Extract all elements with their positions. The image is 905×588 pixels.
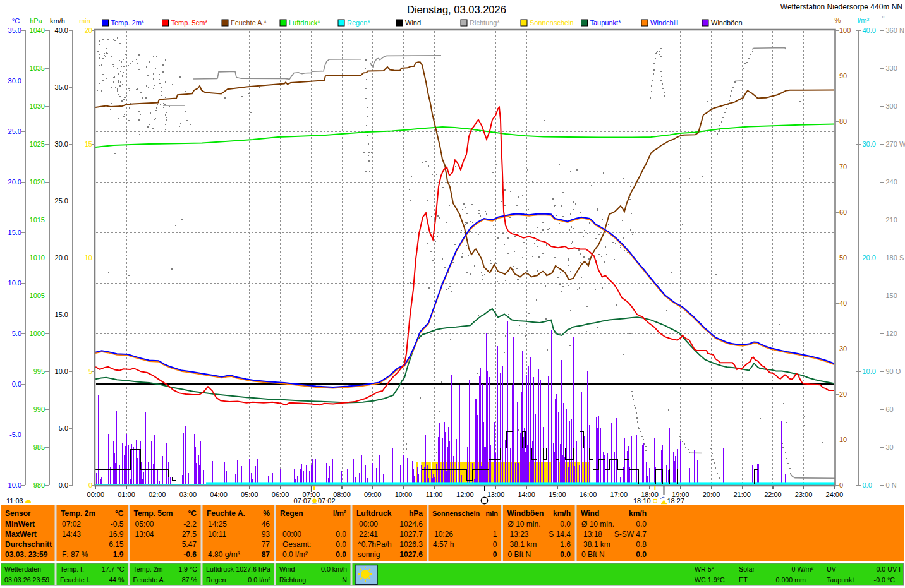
svg-text:MaxWert: MaxWert — [5, 530, 37, 539]
svg-text:0 W/m²: 0 W/m² — [792, 565, 814, 573]
svg-text:Windböen: Windböen — [711, 19, 743, 27]
svg-text:35.0: 35.0 — [8, 27, 21, 34]
svg-text:20: 20 — [839, 390, 847, 398]
svg-text:0: 0 — [493, 550, 497, 559]
svg-text:30.0: 30.0 — [863, 140, 876, 148]
svg-text:Windchill: Windchill — [650, 19, 678, 27]
svg-text:40.0: 40.0 — [863, 27, 876, 34]
svg-text:17.7 °C: 17.7 °C — [102, 565, 125, 573]
svg-text:11:03: 11:03 — [6, 497, 23, 505]
svg-text:10: 10 — [839, 436, 847, 443]
svg-text:985: 985 — [33, 443, 45, 451]
svg-text:0.0: 0.0 — [636, 520, 647, 529]
svg-text:Feuchte A.: Feuchte A. — [133, 576, 166, 584]
svg-text:sonnig: sonnig — [358, 550, 380, 559]
svg-text:21:00: 21:00 — [733, 491, 751, 498]
svg-text:15:00: 15:00 — [549, 491, 566, 498]
svg-text:Wind: Wind — [279, 565, 295, 573]
svg-text:22:00: 22:00 — [764, 491, 782, 498]
svg-text:6.15: 6.15 — [109, 540, 124, 549]
svg-text:Ø 10 min.: Ø 10 min. — [581, 520, 614, 529]
svg-text:11:00: 11:00 — [426, 491, 443, 498]
svg-text:14:43: 14:43 — [62, 530, 81, 539]
svg-text:50: 50 — [839, 254, 847, 261]
svg-text:09:00: 09:00 — [364, 491, 382, 498]
svg-text:0.0: 0.0 — [336, 530, 346, 539]
svg-text:16:00: 16:00 — [580, 491, 597, 498]
svg-text:330: 330 — [886, 64, 897, 72]
svg-text:min: min — [79, 17, 90, 25]
svg-text:0.0: 0.0 — [336, 550, 346, 559]
svg-text:Luftdruck: Luftdruck — [356, 509, 392, 518]
svg-text:17:00: 17:00 — [610, 491, 628, 498]
svg-text:07:07: 07:07 — [293, 497, 311, 505]
svg-text:Wind: Wind — [405, 19, 421, 27]
svg-text:0 N: 0 N — [886, 481, 897, 489]
svg-text:150: 150 — [886, 292, 897, 299]
svg-text:18:10: 18:10 — [633, 497, 651, 505]
svg-text:22:41: 22:41 — [359, 530, 378, 539]
svg-text:10.0: 10.0 — [863, 368, 876, 375]
svg-text:1005: 1005 — [30, 292, 45, 299]
svg-text:0.0: 0.0 — [560, 550, 571, 559]
svg-text:04:00: 04:00 — [210, 491, 228, 498]
svg-text:Feuchte A.: Feuchte A. — [207, 509, 245, 518]
svg-text:980: 980 — [33, 481, 45, 489]
svg-text:00:00: 00:00 — [359, 520, 378, 529]
svg-text:07:02: 07:02 — [62, 520, 81, 529]
svg-text:02:00: 02:00 — [149, 491, 166, 498]
svg-text:15.0: 15.0 — [55, 311, 68, 318]
svg-text:93: 93 — [262, 530, 270, 539]
svg-text:0.0 km/h: 0.0 km/h — [321, 565, 347, 573]
svg-text:N: N — [342, 576, 347, 584]
svg-text:270 W: 270 W — [886, 140, 905, 148]
svg-text:4.80 g/m³: 4.80 g/m³ — [208, 550, 240, 559]
svg-text:20.0: 20.0 — [863, 254, 876, 261]
svg-text:Temp. 2m*: Temp. 2m* — [111, 19, 145, 27]
svg-text:0.0: 0.0 — [636, 550, 647, 559]
svg-text:15: 15 — [85, 140, 92, 148]
svg-text:UV: UV — [827, 565, 837, 573]
svg-text:14:00: 14:00 — [518, 491, 535, 498]
svg-text:-2.2: -2.2 — [183, 520, 197, 529]
svg-text:F: 87 %: F: 87 % — [62, 550, 88, 559]
svg-text:03.03.26 23:59: 03.03.26 23:59 — [4, 576, 49, 584]
svg-text:0.0: 0.0 — [560, 520, 571, 529]
svg-text:87 %: 87 % — [182, 576, 198, 584]
svg-text:Wind: Wind — [581, 509, 599, 518]
svg-text:990: 990 — [33, 405, 45, 413]
svg-text:1.9 °C: 1.9 °C — [178, 565, 197, 573]
svg-text:Temp. 2m: Temp. 2m — [133, 565, 163, 573]
svg-text:90 O: 90 O — [886, 368, 901, 375]
svg-text:Sonnenschein: Sonnenschein — [530, 19, 574, 27]
svg-text:30: 30 — [886, 443, 894, 451]
svg-text:25.0: 25.0 — [55, 197, 68, 205]
svg-text:87: 87 — [262, 550, 270, 559]
svg-text:1020: 1020 — [30, 178, 45, 186]
svg-text:%: % — [263, 509, 270, 518]
svg-text:10.0: 10.0 — [8, 279, 21, 287]
svg-text:38.1 km: 38.1 km — [510, 540, 537, 549]
svg-text:Richtung: Richtung — [279, 576, 306, 584]
svg-text:5.47: 5.47 — [182, 540, 197, 549]
svg-text:Luftdruck*: Luftdruck* — [289, 19, 320, 27]
svg-text:-0.0 °C: -0.0 °C — [874, 576, 896, 584]
svg-text:77: 77 — [262, 540, 270, 549]
svg-text:Wetterstation Niedersorpe 440m: Wetterstation Niedersorpe 440m NN — [780, 3, 902, 11]
svg-text:12:00: 12:00 — [456, 491, 474, 498]
svg-text:10.0: 10.0 — [55, 368, 68, 375]
svg-text:03:00: 03:00 — [179, 491, 197, 498]
svg-text:90: 90 — [839, 72, 847, 80]
svg-text:Taupunkt*: Taupunkt* — [590, 19, 622, 27]
svg-text:-5.0: -5.0 — [9, 431, 21, 438]
svg-text:1015: 1015 — [30, 216, 45, 224]
svg-text:0.0 UV-I: 0.0 UV-I — [876, 565, 901, 573]
svg-text:0 Bft N: 0 Bft N — [508, 550, 531, 559]
svg-text:l/m²: l/m² — [858, 16, 870, 24]
svg-text:23:00: 23:00 — [795, 491, 813, 498]
svg-text:1.6: 1.6 — [560, 540, 571, 549]
svg-text:0: 0 — [493, 540, 497, 549]
svg-text:13:18: 13:18 — [583, 530, 602, 539]
svg-text:30.0: 30.0 — [55, 140, 68, 148]
svg-text:0.0: 0.0 — [12, 380, 21, 388]
